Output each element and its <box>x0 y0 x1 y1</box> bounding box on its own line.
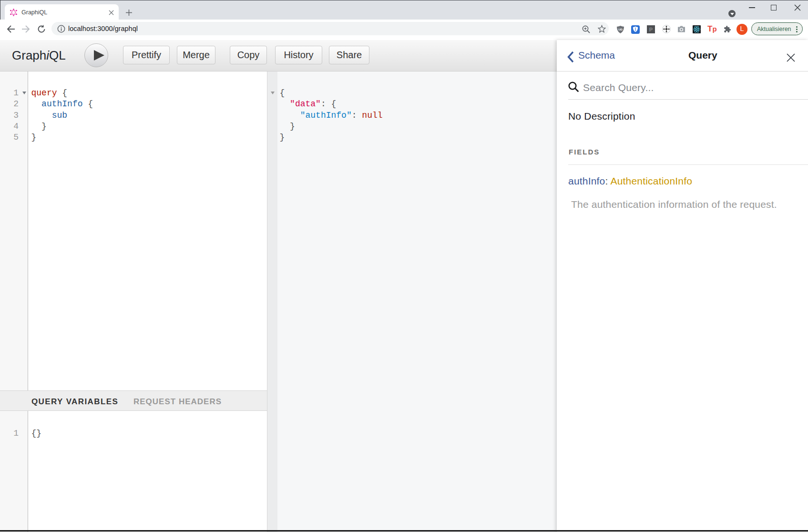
svg-text:UD: UD <box>618 28 623 31</box>
svg-text:P: P <box>649 27 653 32</box>
